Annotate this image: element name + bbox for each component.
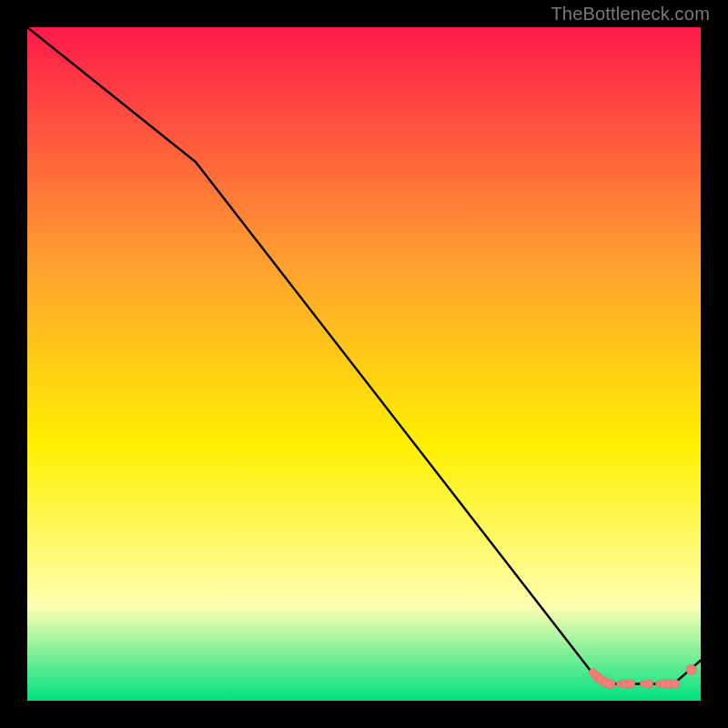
data-marker <box>606 679 615 688</box>
data-marker <box>626 680 635 689</box>
chart-frame: TheBottleneck.com <box>0 0 728 728</box>
data-marker <box>686 664 696 674</box>
watermark-label: TheBottleneck.com <box>551 4 710 25</box>
data-marker <box>644 680 653 689</box>
data-marker <box>671 680 680 689</box>
chart-svg <box>27 27 701 701</box>
plot-area <box>27 27 701 701</box>
gradient-background <box>27 27 701 701</box>
